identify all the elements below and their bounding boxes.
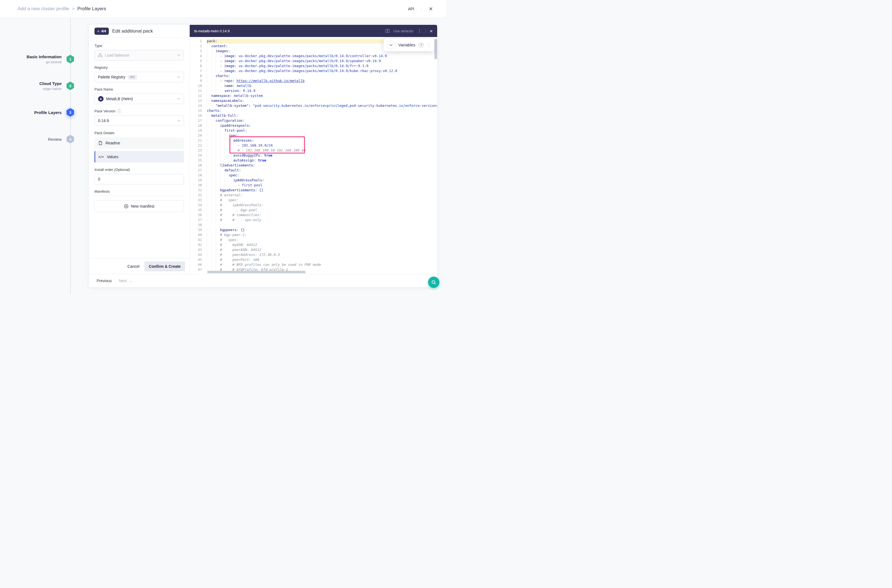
editor-header: lb-metallb-helm 0.14.9 Use defaults ⋮ × xyxy=(190,25,437,37)
code-line: 26 l2advertisements: xyxy=(190,163,437,168)
search-help-fab[interactable] xyxy=(428,277,439,288)
step-number: 3 xyxy=(66,108,74,117)
values-tab-label: Values xyxy=(107,154,119,159)
split-view-icon[interactable] xyxy=(385,29,390,33)
code-line: 16 metallb-full: xyxy=(190,113,437,118)
edit-pack-form: + 4/4 Edit additional pack Type Load bal… xyxy=(89,25,190,274)
chevron-down-icon xyxy=(177,76,180,78)
code-line: 34 # ipAddressPools: xyxy=(190,202,437,208)
registry-select[interactable]: Palette Registry OCI xyxy=(95,72,184,82)
code-line: 8 charts: xyxy=(190,74,437,78)
step-hexagon-badge[interactable]: 1 xyxy=(66,55,74,63)
step-label: Review xyxy=(48,137,62,142)
code-line: 32 # external: xyxy=(190,193,437,198)
step-number: 1 xyxy=(66,55,74,63)
add-pack-icon: + xyxy=(97,29,99,33)
step-hexagon-badge[interactable]: 3 xyxy=(66,108,74,117)
code-line: 19 first-pool: xyxy=(190,128,437,133)
next-button[interactable]: Next → xyxy=(119,279,132,283)
type-value: Load balancer xyxy=(105,53,129,57)
code-line: 40 # bgp-peer-1: xyxy=(190,232,437,237)
install-order-input[interactable] xyxy=(95,174,184,184)
pack-version-label-text: Pack Version xyxy=(95,109,116,113)
step-label: Basic Information xyxy=(27,54,62,59)
step-sublabel: edge-native xyxy=(39,87,62,91)
pack-version-select[interactable]: 0.14.9 xyxy=(95,116,184,126)
horizontal-scrollbar-thumb[interactable] xyxy=(207,271,305,273)
vertical-scrollbar-thumb[interactable] xyxy=(434,39,437,59)
confirm-create-button[interactable]: Confirm & Create xyxy=(144,261,185,272)
code-line: 18 ipaddresspools: xyxy=(190,123,437,128)
document-icon xyxy=(98,141,102,145)
variables-label: Variables xyxy=(398,42,415,48)
code-line: 20 spec: xyxy=(190,133,437,138)
code-editor-area[interactable]: 1pack:2 content:3 images:4 - image: us-d… xyxy=(190,37,437,274)
step-sublabel: gs-tutorial xyxy=(27,60,62,64)
breadcrumb-parent[interactable]: Add a new cluster profile xyxy=(18,6,69,12)
variables-popover: Variables ? ⋮ xyxy=(384,39,434,51)
variables-collapse-button[interactable] xyxy=(387,41,395,49)
code-line: 10 name: metallb xyxy=(190,83,437,88)
step-number: 4 xyxy=(66,135,74,144)
form-footer: Cancel Confirm & Create xyxy=(89,258,189,274)
help-icon[interactable]: ? xyxy=(419,42,423,48)
search-icon xyxy=(431,280,436,285)
code-line: 37 # # - vpn-only xyxy=(190,218,437,222)
pack-count-text: 4/4 xyxy=(101,29,106,33)
arrow-right-icon: → xyxy=(129,279,132,283)
code-line: 35 # - bgp-pool xyxy=(190,208,437,213)
kebab-menu-icon[interactable]: ⋮ xyxy=(417,29,422,33)
cancel-button[interactable]: Cancel xyxy=(127,264,140,268)
code-line: 24 avoidBuggyIPs: true xyxy=(190,153,437,158)
wizard-stepper: Basic Information gs-tutorial 1 Cloud Ty… xyxy=(0,18,89,294)
code-line: 7 - image: us-docker.pkg.dev/palette-ima… xyxy=(190,69,437,74)
stepper-step-review[interactable]: Review 4 xyxy=(0,132,74,146)
registry-label: Registry xyxy=(95,65,184,70)
step-label: Cloud Type xyxy=(39,81,62,86)
pack-count-badge: + 4/4 xyxy=(95,28,109,35)
app-header: Add a new cluster profile > Profile Laye… xyxy=(0,0,446,18)
breadcrumb-separator: > xyxy=(72,6,75,12)
profile-layers-panel: + 4/4 Edit additional pack Type Load bal… xyxy=(89,25,437,287)
plus-circle-icon xyxy=(124,204,128,208)
type-select[interactable]: Load balancer xyxy=(95,50,184,60)
pack-name-value: MetalLB (Helm) xyxy=(106,97,133,101)
stepper-step-basic-information[interactable]: Basic Information gs-tutorial 1 xyxy=(0,52,74,66)
code-line: 30 - first-pool xyxy=(190,183,437,188)
step-number: 2 xyxy=(66,82,74,90)
variables-kebab-icon[interactable]: ⋮ xyxy=(427,42,431,48)
step-label: Profile Layers xyxy=(34,110,62,115)
new-manifest-button[interactable]: New manifest xyxy=(95,200,184,212)
code-line: 31 bgpadvertisements: {} xyxy=(190,188,437,193)
load-balancer-icon xyxy=(98,53,102,57)
close-wizard-icon[interactable]: × xyxy=(429,6,433,12)
pack-name-select[interactable]: MetalLB (Helm) xyxy=(95,94,184,104)
readme-tab[interactable]: Readme xyxy=(95,137,184,149)
code-line: 12 namespace: metallb-system xyxy=(190,93,437,98)
code-line: 46 # # BFD profiles can only be used in … xyxy=(190,262,437,267)
info-icon[interactable]: i xyxy=(117,109,121,113)
code-line: 5 - image: us-docker.pkg.dev/palette-ima… xyxy=(190,58,437,63)
pack-name-label: Pack Name xyxy=(95,87,184,92)
code-line: 41 # spec: xyxy=(190,237,437,242)
close-editor-icon[interactable]: × xyxy=(430,28,433,34)
use-defaults-button[interactable]: Use defaults xyxy=(393,29,413,33)
stepper-step-profile-layers[interactable]: Profile Layers 3 xyxy=(0,106,74,119)
pack-version-label: Pack Version i xyxy=(95,109,184,113)
values-tab[interactable]: </> Values xyxy=(95,151,184,163)
form-header: + 4/4 Edit additional pack xyxy=(89,25,189,38)
yaml-editor: lb-metallb-helm 0.14.9 Use defaults ⋮ × … xyxy=(190,25,437,274)
code-line: 22 - 192.168.10.0/24 xyxy=(190,143,437,148)
editor-title: lb-metallb-helm 0.14.9 xyxy=(194,29,230,33)
code-line: 17 configuration: xyxy=(190,118,437,123)
code-line: 39 bgppeers: {} xyxy=(190,228,437,232)
step-hexagon-badge[interactable]: 4 xyxy=(66,135,74,144)
previous-button[interactable]: Previous xyxy=(97,279,111,283)
code-line: 33 # spec: xyxy=(190,198,437,202)
code-line: 11 version: 0.14.9 xyxy=(190,88,437,93)
step-hexagon-badge[interactable]: 2 xyxy=(66,82,74,90)
stepper-step-cloud-type[interactable]: Cloud Type edge-native 2 xyxy=(0,79,74,93)
header-divider xyxy=(421,6,422,11)
api-link[interactable]: API xyxy=(408,7,414,11)
new-manifest-label: New manifest xyxy=(131,204,155,208)
